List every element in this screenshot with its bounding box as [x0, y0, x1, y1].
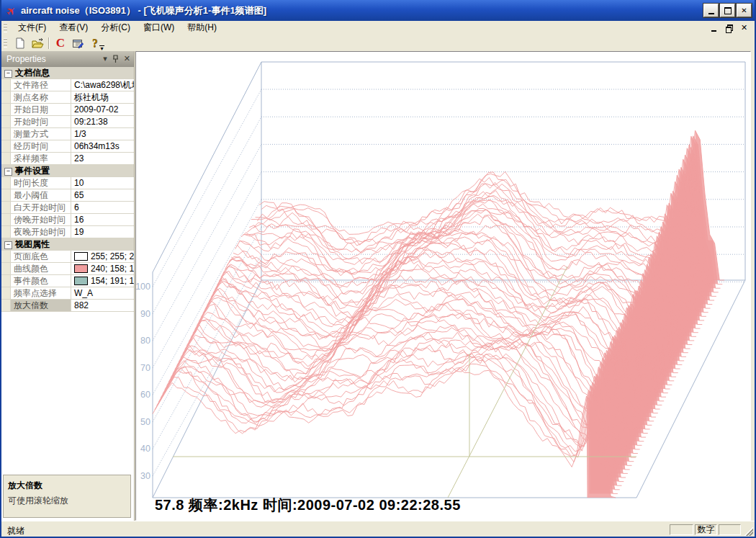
- minimize-button[interactable]: [703, 4, 719, 17]
- properties-panel-header[interactable]: Properties ▾ ✕: [1, 51, 134, 67]
- menubar-grip-handle[interactable]: [4, 23, 7, 32]
- property-value[interactable]: 16: [71, 214, 134, 225]
- property-row[interactable]: 最小阈值65: [1, 189, 134, 202]
- status-pane-3: [719, 524, 741, 535]
- calibration-button[interactable]: C: [53, 36, 68, 50]
- property-value[interactable]: C:\awa6298\机场: [71, 79, 134, 91]
- row-gutter: [1, 300, 11, 311]
- property-value[interactable]: 19: [71, 226, 134, 238]
- band-curve: [179, 326, 642, 446]
- collapse-minus-icon[interactable]: −: [4, 70, 12, 78]
- band-curve: [155, 364, 618, 493]
- menu-items: 文件(F)查看(V)分析(C)窗口(W)帮助(H): [12, 22, 223, 34]
- property-row[interactable]: 文件路径C:\awa6298\机场: [1, 79, 134, 91]
- section-header[interactable]: −文档信息: [1, 67, 134, 79]
- properties-panel-title: Properties: [6, 54, 46, 64]
- toolbar-grip-handle[interactable]: [4, 38, 7, 48]
- grid-line-wall: [153, 89, 261, 287]
- property-row[interactable]: 傍晚开始时间16: [1, 214, 134, 226]
- row-gutter: [1, 214, 11, 225]
- open-file-button[interactable]: [30, 36, 45, 50]
- property-value[interactable]: 栎社机场: [71, 91, 134, 103]
- property-row[interactable]: 开始日期2009-07-02: [1, 104, 134, 116]
- property-label: 白天开始时间: [11, 202, 71, 213]
- toolbar-separator: [48, 37, 50, 49]
- property-row[interactable]: 事件颜色154; 191; 18: [1, 275, 134, 287]
- menu-item-analysis[interactable]: 分析(C): [94, 21, 137, 34]
- property-value[interactable]: 154; 191; 18: [71, 275, 134, 287]
- menu-item-view[interactable]: 查看(V): [53, 21, 94, 34]
- maximize-button[interactable]: [720, 4, 735, 17]
- axis-tick-label: 80: [140, 336, 150, 346]
- menu-item-file[interactable]: 文件(F): [12, 21, 53, 34]
- property-value[interactable]: 882: [71, 300, 134, 311]
- property-row[interactable]: 放大倍数882: [1, 300, 134, 312]
- properties-button[interactable]: [70, 36, 86, 50]
- row-gutter: [1, 104, 11, 115]
- spectrogram-view: 10090807060504030 57.8 频率:2kHz 时间:2009-0…: [135, 51, 751, 521]
- property-value[interactable]: W_A: [71, 287, 134, 299]
- property-row[interactable]: 测点名称栎社机场: [1, 91, 134, 104]
- property-label: 开始时间: [11, 116, 71, 127]
- new-document-button[interactable]: [12, 36, 28, 50]
- property-value[interactable]: 23: [71, 153, 134, 164]
- toolbar-overflow-button[interactable]: ▾: [98, 42, 106, 51]
- property-row[interactable]: 开始时间09:21:38: [1, 116, 134, 128]
- property-label: 测点名称: [11, 91, 71, 103]
- spectrum-waterfall-chart[interactable]: 10090807060504030: [136, 52, 750, 520]
- band-curve: [153, 369, 616, 498]
- row-gutter: [1, 140, 11, 152]
- row-gutter: [1, 79, 11, 91]
- mdi-restore-button[interactable]: [724, 23, 734, 32]
- property-label: 时间长度: [11, 177, 71, 189]
- property-row[interactable]: 测量方式1/3: [1, 128, 134, 140]
- section-header[interactable]: −事件设置: [1, 165, 134, 177]
- collapse-minus-icon[interactable]: −: [4, 168, 12, 176]
- axis-line: [153, 62, 261, 272]
- property-row[interactable]: 页面底色255; 255; 25: [1, 251, 134, 263]
- property-value[interactable]: 65: [71, 189, 134, 201]
- property-label: 最小阈值: [11, 189, 71, 201]
- property-row[interactable]: 夜晚开始时间19: [1, 226, 134, 238]
- collapse-minus-icon[interactable]: −: [4, 241, 12, 249]
- section-header[interactable]: −视图属性: [1, 238, 134, 251]
- property-row[interactable]: 频率点选择W_A: [1, 287, 134, 300]
- panel-chevron-down-icon[interactable]: ▾: [103, 54, 107, 63]
- property-value[interactable]: 6: [71, 202, 134, 213]
- property-label: 事件颜色: [11, 275, 71, 287]
- airplane-icon: ✈: [1, 0, 21, 20]
- panel-close-icon[interactable]: ✕: [124, 54, 130, 63]
- row-gutter: [1, 251, 11, 262]
- band-curve: [165, 353, 628, 474]
- property-value[interactable]: 10: [71, 177, 134, 189]
- mdi-close-button[interactable]: ✕: [739, 23, 749, 32]
- mdi-child-controls: ✕: [709, 23, 749, 32]
- property-row[interactable]: 经历时间06h34m13s: [1, 140, 134, 153]
- panel-pin-icon[interactable]: [112, 55, 119, 63]
- property-row[interactable]: 采样频率23: [1, 153, 134, 165]
- title-bar[interactable]: ✈ aircraft noise（ISO3891） - [飞机噪声分析1-事件1…: [0, 0, 756, 21]
- property-label: 傍晚开始时间: [11, 214, 71, 225]
- close-button[interactable]: ✕: [737, 4, 752, 17]
- property-label: 放大倍数: [11, 300, 71, 311]
- property-value[interactable]: 2009-07-02: [71, 104, 134, 115]
- property-value[interactable]: 240; 158; 15: [71, 263, 134, 274]
- mdi-minimize-button[interactable]: [709, 23, 719, 32]
- status-bar: 就绪 数字: [1, 521, 755, 537]
- property-value[interactable]: 255; 255; 25: [71, 251, 134, 262]
- resize-grip[interactable]: [744, 526, 753, 536]
- menu-item-window[interactable]: 窗口(W): [137, 21, 181, 34]
- property-value[interactable]: 09:21:38: [71, 116, 134, 127]
- row-gutter: [1, 153, 11, 164]
- property-value[interactable]: 1/3: [71, 128, 134, 140]
- section-label: 视图属性: [15, 238, 50, 250]
- property-row[interactable]: 曲线颜色240; 158; 15: [1, 263, 134, 275]
- mdi-minimize-icon: [711, 24, 716, 32]
- band-curve: [163, 357, 626, 478]
- menu-item-help[interactable]: 帮助(H): [181, 21, 223, 34]
- band-curve: [158, 354, 621, 486]
- property-row[interactable]: 白天开始时间6: [1, 202, 134, 214]
- property-value[interactable]: 06h34m13s: [71, 140, 134, 152]
- color-swatch: [74, 264, 88, 273]
- property-row[interactable]: 时间长度10: [1, 177, 134, 189]
